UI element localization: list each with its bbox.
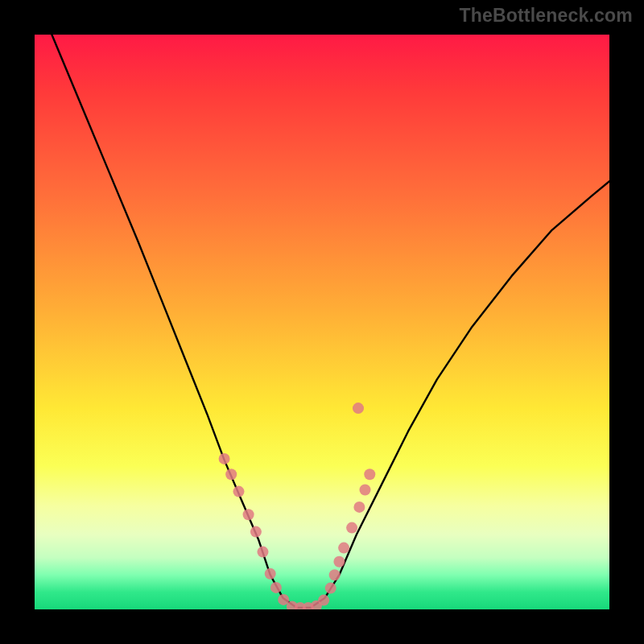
bottleneck-curve: [52, 35, 609, 608]
highlight-point: [338, 543, 349, 554]
highlight-point: [318, 595, 329, 606]
highlight-point: [353, 502, 365, 513]
highlight-point: [329, 569, 341, 580]
highlight-point: [243, 509, 254, 520]
highlight-point: [346, 522, 357, 534]
highlight-point: [270, 582, 282, 593]
highlight-point: [250, 526, 262, 538]
highlight-point-group: [219, 402, 376, 609]
highlight-point: [364, 469, 375, 480]
watermark-text: TheBottleneck.com: [459, 5, 633, 27]
highlight-point: [360, 485, 371, 496]
highlight-point: [333, 556, 345, 568]
highlight-point: [219, 453, 230, 464]
highlight-point: [353, 402, 364, 414]
chart-svg: [35, 35, 609, 609]
highlight-point: [225, 469, 237, 480]
plot-area: [35, 35, 609, 609]
highlight-point: [325, 583, 336, 594]
highlight-point: [265, 568, 276, 580]
highlight-point: [233, 486, 245, 497]
highlight-point: [258, 547, 269, 558]
chart-frame: TheBottleneck.com: [0, 0, 644, 644]
